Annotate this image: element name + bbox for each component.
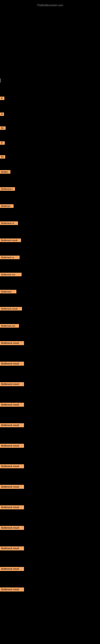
list-item: B: [0, 96, 100, 100]
list-item: Bottleneck r: [0, 187, 100, 191]
site-title: TheBottlenecker.com: [0, 2, 100, 9]
bottleneck-result-label: Bo: [0, 155, 5, 158]
bottleneck-result-label: Bottleneck result: [0, 567, 24, 571]
bottleneck-result-label: B: [0, 96, 4, 100]
bottleneck-result-label: Bottlenec: [0, 204, 14, 208]
list-item: Bottleneck result: [0, 307, 100, 310]
bottleneck-result-label: Bottleneck result: [0, 526, 24, 530]
cursor-bar: [0, 78, 1, 82]
bottleneck-result-label: Bottleneck result: [0, 362, 24, 366]
bottleneck-result-label: B: [0, 141, 5, 145]
list-item: Bottleneck result: [0, 526, 100, 530]
list-item: Bo: [0, 126, 100, 130]
list-item: Bottleneck result: [0, 341, 100, 345]
bottleneck-result-label: Bottleneck result: [0, 505, 24, 509]
bottleneck-result-label: Bottleneck result: [0, 485, 24, 489]
list-item: Bottleneck result: [0, 444, 100, 448]
bottleneck-result-label: Bottleneck result: [0, 382, 24, 386]
bottleneck-result-label: Bottleneck result: [0, 341, 24, 345]
list-item: Bottleneck result: [0, 362, 100, 366]
list-item: Bottleneck result: [0, 546, 100, 550]
list-item: Bottleneck result: [0, 505, 100, 509]
bottleneck-result-label: Bottleneck result: [0, 546, 24, 550]
bottleneck-result-label: B: [0, 112, 4, 116]
list-item: Bottleneck result: [0, 238, 100, 242]
list-item: Bottleneck: [0, 290, 100, 294]
list-item: Bottleneck res: [0, 273, 100, 276]
list-item: Bottleneck re: [0, 222, 100, 225]
bottleneck-items-container: BBBoBBoBottlenBottleneck rBottlenecBottl…: [0, 84, 100, 592]
list-item: Bottleneck result: [0, 403, 100, 407]
list-item: Bottleneck result: [0, 485, 100, 489]
list-item: B: [0, 112, 100, 116]
list-item: Bottlen: [0, 170, 100, 174]
bottleneck-result-label: Bottleneck res: [0, 324, 19, 328]
bottleneck-result-label: Bottleneck result: [0, 403, 24, 407]
bottleneck-result-label: Bottleneck r: [0, 187, 15, 191]
list-item: Bo: [0, 155, 100, 158]
bottleneck-result-label: Bottleneck result: [0, 307, 22, 310]
bottleneck-result-label: Bottleneck result: [0, 423, 24, 427]
bottleneck-result-label: Bottleneck result: [0, 444, 24, 448]
list-item: Bottleneck result: [0, 464, 100, 468]
bottleneck-result-label: Bottleneck result: [0, 588, 24, 592]
list-item: Bottleneck result: [0, 588, 100, 592]
list-item: B: [0, 141, 100, 145]
bottleneck-result-label: Bottleneck res: [0, 273, 22, 276]
list-item: Bottlenec: [0, 204, 100, 208]
bottleneck-result-label: Bottleneck re: [0, 222, 18, 225]
bottleneck-result-label: Bottleneck result: [0, 464, 24, 468]
list-item: Bottleneck result: [0, 423, 100, 427]
list-item: Bottleneck result: [0, 382, 100, 386]
bottleneck-result-label: Bo: [0, 126, 6, 130]
bottleneck-result-label: Bottleneck re: [0, 256, 20, 259]
bottleneck-result-label: Bottleneck: [0, 290, 16, 294]
list-item: Bottleneck re: [0, 256, 100, 259]
bottleneck-result-label: Bottlen: [0, 170, 10, 174]
list-item: Bottleneck result: [0, 567, 100, 571]
bottleneck-result-label: Bottleneck result: [0, 238, 21, 242]
list-item: Bottleneck res: [0, 324, 100, 328]
